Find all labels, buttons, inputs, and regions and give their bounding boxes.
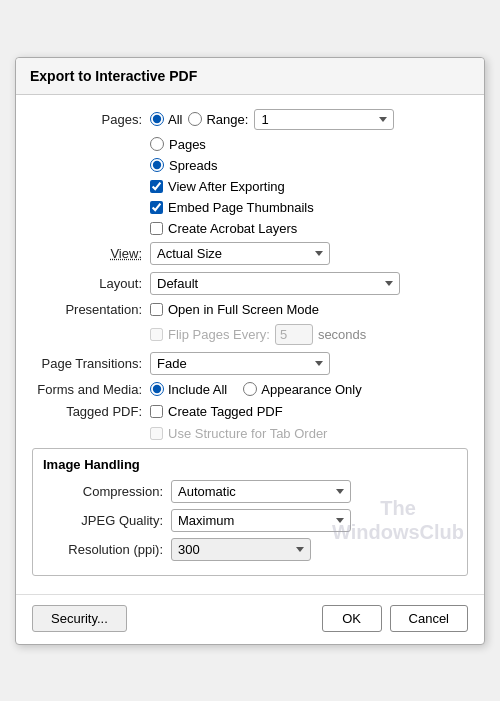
create-tagged-label[interactable]: Create Tagged PDF: [150, 404, 283, 419]
include-all-text: Include All: [168, 382, 227, 397]
spreads-option-label: Spreads: [169, 158, 217, 173]
view-label: View:: [32, 246, 142, 261]
forms-media-controls: Include All Appearance Only: [150, 382, 362, 397]
use-structure-checkbox: [150, 427, 163, 440]
use-structure-row: Use Structure for Tab Order: [150, 426, 468, 441]
spreads-option-row: Spreads: [150, 158, 468, 173]
jpeg-quality-select[interactable]: Maximum: [171, 509, 351, 532]
view-row: View: Actual Size: [32, 242, 468, 265]
layout-select[interactable]: Default: [150, 272, 400, 295]
flip-pages-row: Flip Pages Every: seconds: [150, 324, 468, 345]
dialog-title: Export to Interactive PDF: [16, 58, 484, 95]
appearance-only-text: Appearance Only: [261, 382, 361, 397]
tagged-pdf-label: Tagged PDF:: [32, 404, 142, 419]
fullscreen-label[interactable]: Open in Full Screen Mode: [150, 302, 319, 317]
presentation-row: Presentation: Open in Full Screen Mode: [32, 302, 468, 317]
fullscreen-text: Open in Full Screen Mode: [168, 302, 319, 317]
compression-row: Compression: Automatic: [43, 480, 457, 503]
page-transitions-row: Page Transitions: Fade: [32, 352, 468, 375]
pages-option-label: Pages: [169, 137, 206, 152]
create-tagged-text: Create Tagged PDF: [168, 404, 283, 419]
image-handling-title: Image Handling: [43, 457, 457, 472]
spreads-radio[interactable]: [150, 158, 164, 172]
use-structure-label: Use Structure for Tab Order: [150, 426, 327, 441]
create-acrobat-layers-text: Create Acrobat Layers: [168, 221, 297, 236]
pages-label: Pages:: [32, 112, 142, 127]
layout-row: Layout: Default: [32, 272, 468, 295]
resolution-label: Resolution (ppi):: [43, 542, 163, 557]
pages-controls: All Range: 1: [150, 109, 394, 130]
view-after-exporting-text: View After Exporting: [168, 179, 285, 194]
range-label: Range:: [206, 112, 248, 127]
seconds-label: seconds: [318, 327, 366, 342]
create-acrobat-layers-checkbox[interactable]: [150, 222, 163, 235]
jpeg-quality-row: JPEG Quality: Maximum: [43, 509, 457, 532]
view-after-exporting-checkbox[interactable]: [150, 180, 163, 193]
appearance-only-radio[interactable]: [243, 382, 257, 396]
view-after-exporting-row: View After Exporting: [150, 179, 468, 194]
compression-label: Compression:: [43, 484, 163, 499]
pages-row: Pages: All Range: 1: [32, 109, 468, 130]
spreads-radio-label[interactable]: Spreads: [150, 158, 217, 173]
embed-thumbnails-label[interactable]: Embed Page Thumbnails: [150, 200, 314, 215]
appearance-only-label[interactable]: Appearance Only: [243, 382, 361, 397]
flip-pages-label: Flip Pages Every:: [150, 327, 270, 342]
all-label: All: [168, 112, 182, 127]
use-structure-text: Use Structure for Tab Order: [168, 426, 327, 441]
create-acrobat-layers-row: Create Acrobat Layers: [150, 221, 468, 236]
create-tagged-checkbox[interactable]: [150, 405, 163, 418]
view-select[interactable]: Actual Size: [150, 242, 330, 265]
all-radio[interactable]: [150, 112, 164, 126]
include-all-radio[interactable]: [150, 382, 164, 396]
page-transitions-label: Page Transitions:: [32, 356, 142, 371]
embed-thumbnails-text: Embed Page Thumbnails: [168, 200, 314, 215]
presentation-label: Presentation:: [32, 302, 142, 317]
indent-options: Pages Spreads View After Exporting Embed: [150, 137, 468, 236]
flip-pages-checkbox: [150, 328, 163, 341]
include-all-label[interactable]: Include All: [150, 382, 227, 397]
flip-input[interactable]: [275, 324, 313, 345]
cancel-button[interactable]: Cancel: [390, 605, 468, 632]
create-acrobat-layers-label[interactable]: Create Acrobat Layers: [150, 221, 297, 236]
dialog-footer: Security... OK Cancel: [16, 594, 484, 644]
embed-thumbnails-checkbox[interactable]: [150, 201, 163, 214]
page-transitions-select[interactable]: Fade: [150, 352, 330, 375]
range-radio-label[interactable]: Range:: [188, 112, 248, 127]
embed-thumbnails-row: Embed Page Thumbnails: [150, 200, 468, 215]
export-pdf-dialog: Export to Interactive PDF Pages: All Ran…: [15, 57, 485, 645]
resolution-row: Resolution (ppi): 300: [43, 538, 457, 561]
dialog-body: Pages: All Range: 1 Pages: [16, 95, 484, 594]
compression-select[interactable]: Automatic: [171, 480, 351, 503]
flip-pages-text: Flip Pages Every:: [168, 327, 270, 342]
layout-label: Layout:: [32, 276, 142, 291]
forms-media-row: Forms and Media: Include All Appearance …: [32, 382, 468, 397]
tagged-pdf-row: Tagged PDF: Create Tagged PDF: [32, 404, 468, 419]
jpeg-quality-label: JPEG Quality:: [43, 513, 163, 528]
ok-button[interactable]: OK: [322, 605, 382, 632]
forms-media-label: Forms and Media:: [32, 382, 142, 397]
image-handling-group: Image Handling Compression: Automatic JP…: [32, 448, 468, 576]
pages-option-row: Pages: [150, 137, 468, 152]
fullscreen-checkbox[interactable]: [150, 303, 163, 316]
pages-radio[interactable]: [150, 137, 164, 151]
all-radio-label[interactable]: All: [150, 112, 182, 127]
view-after-exporting-label[interactable]: View After Exporting: [150, 179, 285, 194]
range-select[interactable]: 1: [254, 109, 394, 130]
resolution-select[interactable]: 300: [171, 538, 311, 561]
security-button[interactable]: Security...: [32, 605, 127, 632]
pages-radio-label[interactable]: Pages: [150, 137, 206, 152]
range-radio[interactable]: [188, 112, 202, 126]
